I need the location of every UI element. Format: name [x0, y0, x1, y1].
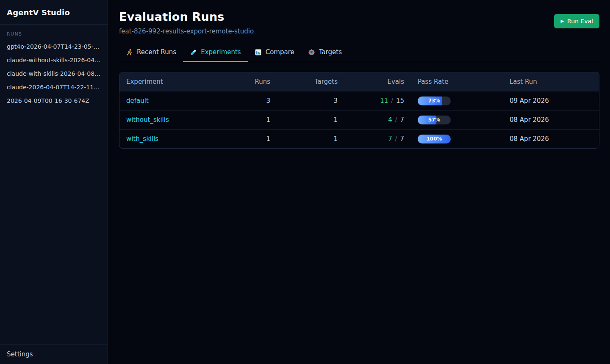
pass-rate-label: 57% — [418, 116, 451, 124]
run-list-item[interactable]: claude-with-skills-2026-04-08… — [0, 67, 108, 80]
last-run-date: 08 Apr 2026 — [510, 135, 592, 143]
bar-chart-icon — [255, 49, 262, 56]
tab-targets[interactable]: Targets — [301, 44, 349, 62]
pass-rate-cell: 73% — [404, 97, 510, 105]
settings-link[interactable]: Settings — [0, 345, 108, 364]
tab-label: Targets — [319, 48, 342, 56]
evals-cell: 11 / 15 — [338, 97, 404, 105]
runs-count: 1 — [245, 116, 270, 124]
evals-total: 7 — [400, 135, 404, 143]
last-run-date: 08 Apr 2026 — [510, 116, 592, 124]
sidebar: AgentV Studio RUNS gpt4o-2026-04-07T14-2… — [0, 0, 108, 364]
run-list-item[interactable]: 2026-04-09T00-16-30-674Z — [0, 94, 108, 108]
evals-passed: 7 — [388, 135, 392, 143]
col-header-evals: Evals — [338, 78, 404, 85]
targets-count: 1 — [270, 135, 338, 143]
evals-total: 7 — [400, 116, 404, 124]
runs-section-label: RUNS — [7, 31, 101, 37]
col-header-experiment: Experiment — [126, 78, 245, 85]
col-header-pass-rate: Pass Rate — [404, 78, 510, 85]
pass-rate-pill: 100% — [418, 135, 451, 143]
col-header-last-run: Last Run — [510, 78, 592, 85]
evals-passed: 11 — [380, 97, 388, 105]
targets-count: 1 — [270, 116, 338, 124]
run-list: gpt4o-2026-04-07T14-23-05-… claude-witho… — [0, 40, 108, 108]
app-window: AgentV Studio RUNS gpt4o-2026-04-07T14-2… — [0, 0, 610, 364]
targets-count: 3 — [270, 97, 338, 105]
page-header-text: Evaluation Runs feat-826-992-results-exp… — [119, 10, 254, 35]
robot-icon — [308, 49, 315, 56]
run-eval-button[interactable]: ▶ Run Eval — [554, 14, 599, 28]
tab-label: Experiments — [201, 48, 241, 56]
table-row: without_skills 1 1 4 / 7 57% 08 Apr 2026 — [119, 110, 599, 129]
pass-rate-pill: 57% — [418, 116, 451, 124]
run-list-item[interactable]: gpt4o-2026-04-07T14-23-05-… — [0, 40, 108, 53]
col-header-runs: Runs — [245, 78, 270, 85]
table-header-row: Experiment Runs Targets Evals Pass Rate … — [119, 72, 599, 91]
app-title: AgentV Studio — [7, 8, 101, 17]
sidebar-header: AgentV Studio — [0, 0, 108, 25]
run-list-item[interactable]: claude-without-skills-2026-04… — [0, 53, 108, 67]
main-content: Evaluation Runs feat-826-992-results-exp… — [108, 0, 610, 364]
tab-label: Compare — [266, 48, 294, 56]
runs-count: 1 — [245, 135, 270, 143]
run-list-item[interactable]: claude-2026-04-07T14-22-11… — [0, 80, 108, 94]
runner-icon — [126, 49, 133, 56]
tab-compare[interactable]: Compare — [248, 44, 301, 62]
evals-separator: / — [394, 116, 398, 124]
runs-count: 3 — [245, 97, 270, 105]
test-tube-icon — [190, 49, 197, 56]
page-title: Evaluation Runs — [119, 10, 254, 23]
experiment-link[interactable]: without_skills — [126, 116, 169, 124]
run-eval-label: Run Eval — [567, 18, 593, 25]
experiment-link[interactable]: with_skills — [126, 135, 158, 143]
last-run-date: 09 Apr 2026 — [510, 97, 592, 105]
col-header-targets: Targets — [270, 78, 338, 85]
page-header: Evaluation Runs feat-826-992-results-exp… — [119, 10, 599, 35]
evals-total: 15 — [396, 97, 404, 105]
evals-cell: 4 / 7 — [338, 116, 404, 124]
pass-rate-cell: 57% — [404, 116, 510, 124]
evals-cell: 7 / 7 — [338, 135, 404, 143]
evals-passed: 4 — [388, 116, 392, 124]
experiments-table: Experiment Runs Targets Evals Pass Rate … — [119, 72, 599, 149]
table-row: with_skills 1 1 7 / 7 100% 08 Apr 2026 — [119, 129, 599, 148]
tab-label: Recent Runs — [137, 48, 176, 56]
branch-subtitle: feat-826-992-results-export-remote-studi… — [119, 28, 254, 35]
evals-separator: / — [390, 97, 394, 105]
play-icon: ▶ — [560, 19, 564, 23]
pass-rate-pill: 73% — [418, 97, 451, 105]
tab-bar: Recent Runs Experiments — [119, 44, 599, 62]
evals-separator: / — [394, 135, 398, 143]
experiment-link[interactable]: default — [126, 97, 149, 105]
table-row: default 3 3 11 / 15 73% 09 Apr 2026 — [119, 91, 599, 110]
tab-experiments[interactable]: Experiments — [183, 44, 247, 62]
tab-recent-runs[interactable]: Recent Runs — [119, 44, 183, 62]
pass-rate-label: 100% — [418, 135, 451, 143]
pass-rate-label: 73% — [418, 97, 451, 105]
pass-rate-cell: 100% — [404, 135, 510, 143]
